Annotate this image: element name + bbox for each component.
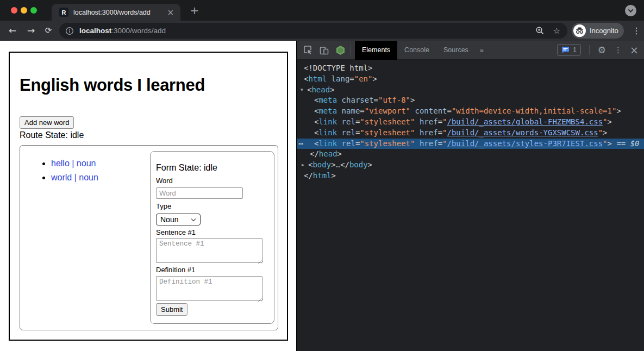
devtools-close-icon[interactable]: ×: [626, 44, 644, 56]
code-token: name: [342, 106, 360, 115]
code-token: =: [438, 117, 442, 126]
code-token: rel: [342, 128, 355, 137]
word-input[interactable]: [156, 187, 243, 199]
dom-tree-node[interactable]: ▶<body>…</body>: [297, 160, 644, 171]
code-token: ": [603, 139, 607, 148]
code-token: == $0: [612, 139, 640, 148]
code-token: =: [447, 106, 452, 115]
tab-elements[interactable]: Elements: [355, 41, 397, 60]
dom-tree-node[interactable]: <link rel="stylesheet" href="/build/_ass…: [297, 117, 644, 128]
form-state-text: Form State: idle: [156, 163, 217, 173]
sentence-textarea[interactable]: [156, 238, 262, 263]
code-token: >: [608, 139, 612, 148]
forward-button[interactable]: →: [24, 23, 38, 37]
expand-arrow-icon[interactable]: ▶: [302, 160, 304, 171]
word-link[interactable]: world | noun: [51, 173, 98, 182]
web-page: English words I learned Add new word Rou…: [0, 41, 296, 351]
page-title: English words I learned: [20, 76, 205, 95]
dom-tree-node[interactable]: <meta name="viewport" content="width=dev…: [297, 106, 644, 117]
tab-close-icon[interactable]: ×: [167, 8, 174, 17]
dom-tree-node[interactable]: </head>: [297, 149, 644, 160]
dom-tree-node[interactable]: <link rel="stylesheet" href="/build/_ass…: [297, 128, 644, 139]
code-token: "utf-8": [378, 96, 410, 104]
message-bubble-icon: [561, 46, 570, 54]
code-token: >: [603, 128, 607, 137]
back-button[interactable]: ←: [5, 23, 20, 37]
word-label: Word: [156, 177, 173, 185]
word-link[interactable]: hello | noun: [51, 159, 96, 168]
dom-tree-node[interactable]: …<link rel="stylesheet" href="/build/_as…: [297, 139, 644, 149]
browser-tab[interactable]: R localhost:3000/words/add ×: [52, 4, 180, 21]
dom-tree-node[interactable]: ▼<head>: [297, 85, 644, 96]
code-token: body: [349, 160, 368, 169]
code-token: >: [410, 96, 415, 104]
expand-arrow-icon[interactable]: ▼: [301, 85, 303, 96]
toolbar-divider: [589, 45, 590, 55]
code-token: </: [340, 160, 349, 169]
dom-tree-node[interactable]: <meta charset="utf-8">: [297, 95, 644, 106]
code-token: [337, 96, 341, 104]
tab-console[interactable]: Console: [397, 41, 436, 60]
code-token: rel: [342, 117, 355, 126]
code-token: [337, 117, 341, 126]
browser-window: R localhost:3000/words/add × + ← → ⟳ loc…: [0, 0, 644, 351]
dom-tree-node[interactable]: <!DOCTYPE html>: [297, 63, 644, 74]
sentence-label: Sentence #1: [156, 228, 196, 236]
code-token: html: [308, 74, 327, 83]
page-info-icon[interactable]: [65, 27, 74, 35]
bookmark-star-icon[interactable]: ☆: [553, 26, 560, 36]
incognito-avatar: [573, 24, 586, 37]
code-token: [337, 139, 341, 148]
address-bar[interactable]: localhost:3000/words/add ☆: [59, 23, 567, 39]
dom-tree-node[interactable]: </html>: [297, 171, 644, 181]
elements-dom-tree: <!DOCTYPE html><html lang="en">▼<head><m…: [297, 60, 644, 351]
code-token: "viewport": [365, 106, 410, 115]
code-token: >: [608, 117, 612, 126]
type-select-value: Noun: [160, 215, 178, 224]
code-token: "stylesheet": [360, 128, 415, 137]
word-list: hello | nounworld | noun: [33, 156, 98, 185]
code-token: [337, 106, 341, 115]
macos-zoom-button[interactable]: [30, 7, 37, 14]
device-toolbar-button[interactable]: [317, 43, 330, 57]
settings-gear-icon[interactable]: ⚙: [593, 45, 610, 55]
devtools-menu-icon[interactable]: ⋮: [610, 45, 626, 55]
code-token: "width=device-width,initial-scale=1": [452, 106, 616, 115]
inspect-element-button[interactable]: [301, 43, 314, 57]
more-tabs-button[interactable]: »: [476, 46, 488, 54]
definition-textarea[interactable]: [156, 276, 262, 301]
zoom-icon[interactable]: [535, 26, 545, 35]
code-token: [415, 117, 419, 126]
new-tab-button[interactable]: +: [187, 3, 202, 18]
code-token: >: [372, 74, 377, 83]
vue-devtools-icon[interactable]: [334, 43, 347, 57]
code-token: =: [360, 106, 364, 115]
code-token: [415, 128, 419, 137]
devtools-toolbar: Elements Console Sources » 1 ⚙: [297, 41, 644, 60]
code-token: >: [616, 106, 621, 115]
submit-button[interactable]: Submit: [156, 303, 187, 316]
reload-button[interactable]: ⟳: [41, 23, 55, 37]
code-token: >: [330, 85, 334, 94]
code-token: [337, 128, 341, 137]
browser-menu-icon[interactable]: ⋮: [632, 24, 641, 38]
toolbar-divider: [351, 45, 351, 55]
code-token: link: [318, 117, 337, 126]
macos-close-button[interactable]: [11, 7, 17, 14]
code-token: meta: [318, 96, 337, 104]
tab-sources[interactable]: Sources: [436, 41, 476, 60]
type-label: Type: [156, 202, 171, 210]
remix-favicon-icon: R: [59, 8, 68, 17]
node-overflow-icon[interactable]: …: [298, 137, 303, 148]
code-token: =: [349, 74, 354, 83]
issues-button[interactable]: 1: [557, 44, 581, 56]
route-state-text: Route State: idle: [20, 130, 84, 140]
code-token: >: [332, 171, 336, 180]
code-token: meta: [318, 106, 337, 115]
code-token: =: [438, 128, 442, 137]
tab-search-button[interactable]: [625, 5, 636, 16]
macos-minimize-button[interactable]: [21, 7, 27, 14]
dom-tree-node[interactable]: <html lang="en">: [297, 74, 644, 85]
add-new-word-button[interactable]: Add new word: [20, 116, 74, 129]
type-select[interactable]: Noun: [156, 214, 201, 225]
